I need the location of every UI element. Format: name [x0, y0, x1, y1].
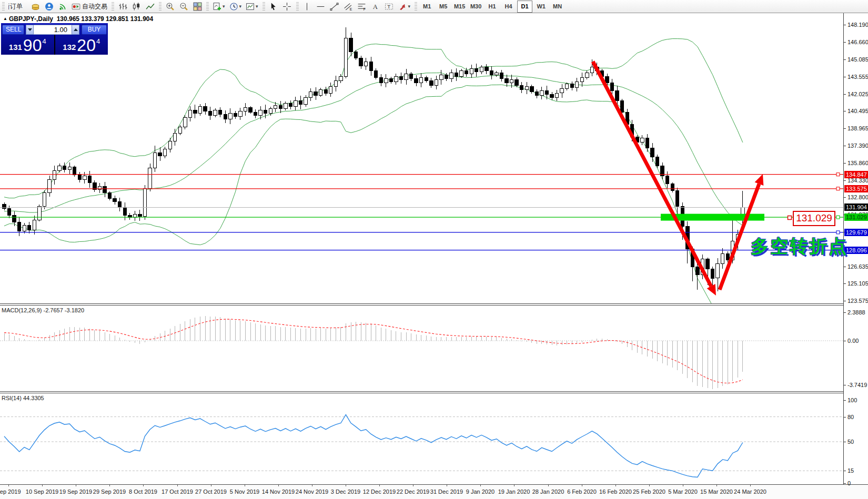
macd-signal-line: [4, 319, 743, 383]
main-chart-pane[interactable]: [0, 13, 843, 303]
text-label-button[interactable]: T: [383, 1, 396, 12]
line-handle-icon[interactable]: [836, 216, 840, 219]
svg-text:E: E: [350, 7, 352, 11]
volume-increase-button[interactable]: [72, 25, 79, 35]
toolbar-grip[interactable]: [263, 2, 265, 11]
one-click-trading-panel: SELL BUY 131904 132204: [1, 23, 108, 55]
price-tick: 148.190: [847, 22, 868, 28]
cursor-button[interactable]: [267, 1, 280, 12]
candlestick-button[interactable]: [130, 1, 143, 12]
date-label: 14 Nov 2019: [262, 488, 295, 495]
price-tick: 143.555: [847, 74, 868, 80]
buy-button[interactable]: BUY: [82, 25, 107, 35]
line-handle-icon[interactable]: [836, 173, 840, 176]
line-handle-icon[interactable]: [836, 231, 840, 234]
line-handle-icon[interactable]: [836, 187, 840, 190]
timeframe-m30-button[interactable]: M30: [468, 1, 483, 13]
timeframe-m5-button[interactable]: M5: [436, 1, 451, 13]
date-label: 16 Feb 2020: [599, 488, 632, 495]
timeframe-d1-button[interactable]: D1: [517, 1, 532, 13]
timeframe-m1-button[interactable]: M1: [419, 1, 435, 13]
bar-chart-button[interactable]: [116, 1, 129, 12]
date-label: 15 Mar 2020: [700, 488, 733, 495]
timeframe-mn-button[interactable]: MN: [550, 1, 565, 13]
symbol-marker-icon: ▲: [3, 16, 7, 21]
text-button[interactable]: A: [369, 1, 382, 12]
date-label: 22 Dec 2019: [397, 488, 429, 495]
toolbar-grip[interactable]: [206, 2, 209, 11]
macd-tick: -3.7419: [847, 382, 867, 388]
new-order-button[interactable]: 新订单: [7, 1, 28, 12]
ohlc-values: 130.965 133.379 129.851 131.904: [57, 15, 154, 23]
up-arrow-icon: [74, 28, 78, 31]
vertical-line-button[interactable]: [301, 1, 314, 12]
volume-input[interactable]: [34, 25, 72, 35]
price-tick: 123.575: [847, 298, 868, 304]
volume-decrease-button[interactable]: [26, 25, 34, 35]
price-tick: 138.965: [847, 125, 868, 131]
date-label: 27 Oct 2019: [195, 488, 227, 495]
timeframe-w1-button[interactable]: W1: [533, 1, 549, 13]
arrows-button[interactable]: ▾: [397, 1, 412, 12]
date-label: 8 Oct 2019: [129, 488, 157, 495]
date-label: 24 Mar 2020: [734, 488, 766, 495]
rsi-tick: 100: [847, 397, 857, 403]
zoom-in-button[interactable]: [164, 1, 176, 12]
date-label: 29 Sep 2019: [93, 488, 126, 495]
tile-windows-button[interactable]: [191, 1, 204, 12]
turning-point-label[interactable]: 多空转折点: [751, 235, 848, 259]
toolbar-grip[interactable]: [415, 2, 417, 11]
zoom-out-button[interactable]: [177, 1, 190, 12]
up-trend-arrow-head: [755, 174, 764, 186]
trendline-button[interactable]: [328, 1, 341, 12]
fibonacci-button[interactable]: F: [356, 1, 368, 12]
date-label: 5 Mar 2020: [668, 488, 698, 495]
sell-button[interactable]: SELL: [2, 25, 24, 35]
chevron-down-icon: ▾: [256, 4, 258, 9]
date-label: 24 Nov 2019: [296, 488, 328, 495]
date-label: 5 Nov 2019: [230, 488, 259, 495]
label-anchor-icon[interactable]: [788, 216, 792, 220]
autotrading-button[interactable]: 自动交易: [70, 1, 109, 12]
macd-main-value: -2.7657: [43, 307, 63, 313]
toolbar-grip[interactable]: [159, 2, 162, 11]
macd-pane[interactable]: [0, 305, 843, 391]
rsi-tick: 15: [847, 467, 854, 474]
date-axis[interactable]: Sep 201910 Sep 201919 Sep 201929 Sep 201…: [0, 484, 868, 499]
price-callout-box[interactable]: 131.029: [793, 211, 835, 226]
equidistant-channel-button[interactable]: E: [342, 1, 355, 12]
price-tag: 131.904: [844, 203, 868, 211]
price-tick: 145.085: [847, 56, 868, 63]
toolbar-grip[interactable]: [112, 2, 114, 11]
date-label: 19 Jan 2020: [498, 488, 530, 495]
sell-price: 131904: [1, 35, 54, 55]
macd-signal-value: -3.1820: [65, 307, 84, 313]
timeframe-m15-button[interactable]: M15: [452, 1, 467, 13]
price-tick: 135.860: [847, 160, 868, 166]
toolbar-grip[interactable]: [2, 2, 5, 11]
chart-title: ▲GBPJPY-,Daily 130.965 133.379 129.851 1…: [3, 15, 153, 23]
indicators-button[interactable]: ▾: [211, 1, 227, 12]
rsi-value: 44.3305: [23, 395, 44, 401]
templates-button[interactable]: ▾: [244, 1, 260, 12]
signals-icon-button[interactable]: [56, 1, 69, 12]
timeframe-h4-button[interactable]: H4: [501, 1, 516, 13]
svg-text:T: T: [387, 4, 390, 9]
crosshair-button[interactable]: [281, 1, 294, 12]
deposit-icon-button[interactable]: [29, 1, 42, 12]
line-chart-button[interactable]: [144, 1, 156, 12]
price-tick: 126.635: [847, 263, 868, 270]
main-toolbar: 新订单自动交易▾▾▾EFAT▾M1M5M15M30H1H4D1W1MN: [0, 0, 868, 13]
community-icon-button[interactable]: [43, 1, 55, 12]
price-tag: 133.575: [844, 185, 868, 192]
date-label: 17 Oct 2019: [162, 488, 193, 495]
horizontal-line-button[interactable]: [315, 1, 327, 12]
toolbar-grip[interactable]: [296, 2, 299, 11]
mt4-window: 新订单自动交易▾▾▾EFAT▾M1M5M15M30H1H4D1W1MN 148.…: [0, 0, 868, 499]
down-trend-arrow[interactable]: [593, 62, 711, 286]
chevron-down-icon: ▾: [408, 4, 411, 9]
timeframe-h1-button[interactable]: H1: [485, 1, 500, 13]
rsi-pane[interactable]: [0, 393, 843, 484]
periods-button[interactable]: ▾: [228, 1, 244, 12]
macd-label: MACD(12,26,9) -2.7657 -3.1820: [2, 307, 84, 313]
